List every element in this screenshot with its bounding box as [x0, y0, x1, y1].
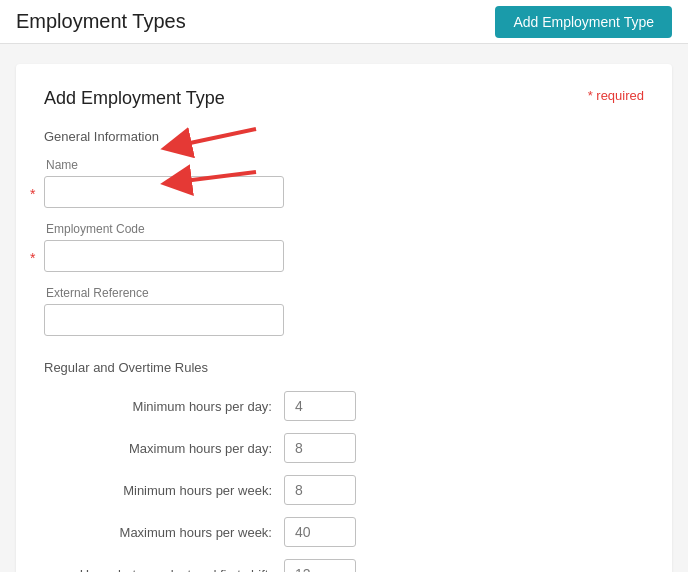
min-hours-week-input[interactable] — [284, 475, 356, 505]
rule-label-min-hours-week: Minimum hours per week: — [44, 483, 284, 498]
required-note: * required — [588, 88, 644, 103]
rule-row-min-hours-week: Minimum hours per week: — [44, 475, 644, 505]
rule-label-max-hours-week: Maximum hours per week: — [44, 525, 284, 540]
rule-row-max-hours-week: Maximum hours per week: — [44, 517, 644, 547]
rule-label-hours-between-shifts: Hours between last and first shift: — [44, 567, 284, 573]
general-info-label: General Information — [44, 129, 644, 144]
max-hours-week-input[interactable] — [284, 517, 356, 547]
external-reference-input[interactable] — [44, 304, 284, 336]
employment-code-input[interactable] — [44, 240, 284, 272]
card-header: Add Employment Type * required — [44, 88, 644, 109]
name-form-group: * Name — [44, 158, 644, 208]
rule-row-min-hours-day: Minimum hours per day: — [44, 391, 644, 421]
name-label: Name — [46, 158, 644, 172]
general-information-section: General Information * Name * Employment … — [44, 129, 644, 336]
add-employment-type-button[interactable]: Add Employment Type — [495, 6, 672, 38]
rule-label-min-hours-day: Minimum hours per day: — [44, 399, 284, 414]
rules-fields: Minimum hours per day: Maximum hours per… — [44, 391, 644, 572]
employment-code-form-group: * Employment Code — [44, 222, 644, 272]
rule-label-max-hours-day: Maximum hours per day: — [44, 441, 284, 456]
rule-row-max-hours-day: Maximum hours per day: — [44, 433, 644, 463]
code-required-star: * — [30, 250, 35, 266]
form-card: Add Employment Type * required General I… — [16, 64, 672, 572]
employment-code-label: Employment Code — [46, 222, 644, 236]
rules-section-label: Regular and Overtime Rules — [44, 360, 644, 375]
page-header: Employment Types Add Employment Type — [0, 0, 688, 44]
min-hours-day-input[interactable] — [284, 391, 356, 421]
rules-section: Regular and Overtime Rules Minimum hours… — [44, 360, 644, 572]
max-hours-day-input[interactable] — [284, 433, 356, 463]
rule-row-hours-between-shifts: Hours between last and first shift: — [44, 559, 644, 572]
name-required-star: * — [30, 186, 35, 202]
name-input[interactable] — [44, 176, 284, 208]
hours-between-shifts-input[interactable] — [284, 559, 356, 572]
page-title: Employment Types — [16, 10, 186, 33]
card-title: Add Employment Type — [44, 88, 225, 109]
external-reference-label: External Reference — [46, 286, 644, 300]
main-content: Add Employment Type * required General I… — [0, 44, 688, 572]
external-reference-form-group: External Reference — [44, 286, 644, 336]
